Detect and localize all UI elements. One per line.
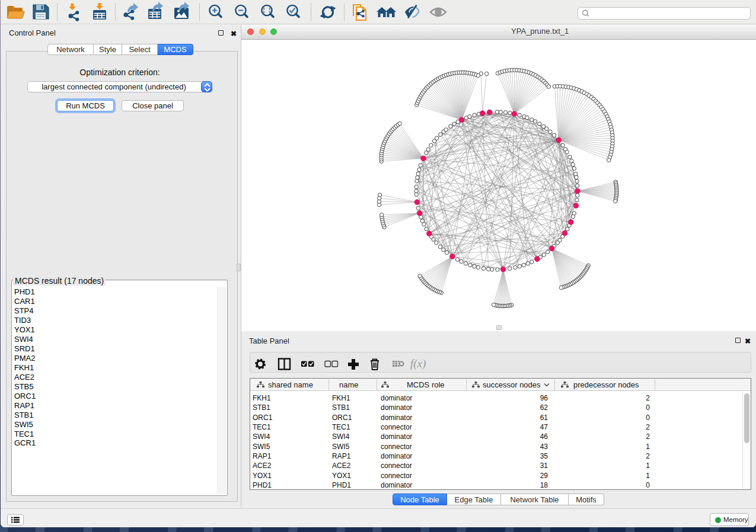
svg-text:f(x): f(x) bbox=[410, 357, 426, 370]
